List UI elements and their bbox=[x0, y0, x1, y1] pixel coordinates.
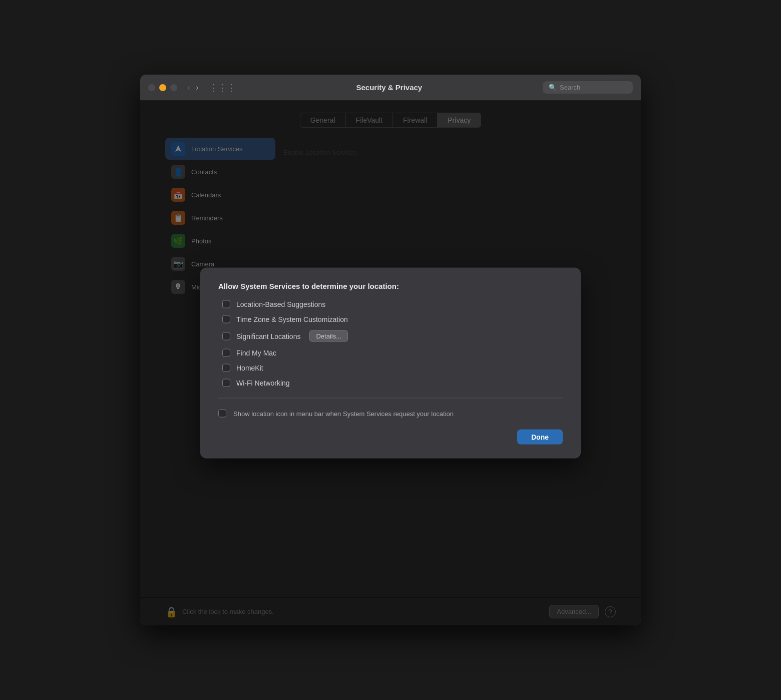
checkbox-row-timezone: Time Zone & System Customization bbox=[222, 315, 563, 323]
checkbox-row-significant-locations: Significant Locations Details... bbox=[222, 330, 563, 342]
titlebar: ‹ › ⋮⋮⋮ Security & Privacy 🔍 bbox=[140, 75, 641, 101]
find-my-mac-label: Find My Mac bbox=[236, 349, 276, 357]
location-suggestions-checkbox[interactable] bbox=[222, 300, 230, 308]
menu-bar-icon-checkbox[interactable] bbox=[218, 410, 226, 418]
modal-actions: Done bbox=[218, 430, 563, 445]
menu-bar-icon-label: Show location icon in menu bar when Syst… bbox=[233, 410, 454, 417]
checkbox-list: Location-Based Suggestions Time Zone & S… bbox=[222, 300, 563, 387]
minimize-button[interactable] bbox=[159, 84, 166, 91]
search-input[interactable] bbox=[560, 84, 627, 91]
done-button[interactable]: Done bbox=[517, 430, 563, 445]
window-title: Security & Privacy bbox=[236, 83, 543, 92]
checkbox-row-find-my-mac: Find My Mac bbox=[222, 349, 563, 357]
nav-arrows: ‹ › bbox=[185, 81, 201, 94]
significant-locations-label: Significant Locations bbox=[236, 332, 300, 340]
homekit-checkbox[interactable] bbox=[222, 364, 230, 372]
maximize-button[interactable] bbox=[170, 84, 177, 91]
wifi-checkbox[interactable] bbox=[222, 379, 230, 387]
search-icon: 🔍 bbox=[549, 84, 557, 91]
location-suggestions-label: Location-Based Suggestions bbox=[236, 300, 325, 308]
forward-arrow-icon[interactable]: › bbox=[194, 81, 200, 94]
timezone-checkbox[interactable] bbox=[222, 315, 230, 323]
homekit-label: HomeKit bbox=[236, 364, 263, 372]
content-area: General FileVault Firewall Privacy Locat… bbox=[140, 101, 641, 625]
modal-divider bbox=[218, 398, 563, 399]
checkbox-row-wifi: Wi-Fi Networking bbox=[222, 379, 563, 387]
back-arrow-icon[interactable]: ‹ bbox=[185, 81, 192, 94]
timezone-label: Time Zone & System Customization bbox=[236, 315, 348, 323]
checkbox-row-location-suggestions: Location-Based Suggestions bbox=[222, 300, 563, 308]
modal-footer-row: Show location icon in menu bar when Syst… bbox=[218, 410, 563, 418]
checkbox-row-homekit: HomeKit bbox=[222, 364, 563, 372]
search-bar[interactable]: 🔍 bbox=[543, 81, 633, 94]
wifi-label: Wi-Fi Networking bbox=[236, 379, 290, 387]
modal-title: Allow System Services to determine your … bbox=[218, 282, 563, 290]
traffic-lights bbox=[148, 84, 177, 91]
close-button[interactable] bbox=[148, 84, 155, 91]
significant-locations-checkbox[interactable] bbox=[222, 332, 230, 340]
find-my-mac-checkbox[interactable] bbox=[222, 349, 230, 357]
grid-icon[interactable]: ⋮⋮⋮ bbox=[209, 82, 236, 93]
details-button[interactable]: Details... bbox=[309, 330, 348, 342]
modal-dialog: Allow System Services to determine your … bbox=[200, 268, 581, 459]
